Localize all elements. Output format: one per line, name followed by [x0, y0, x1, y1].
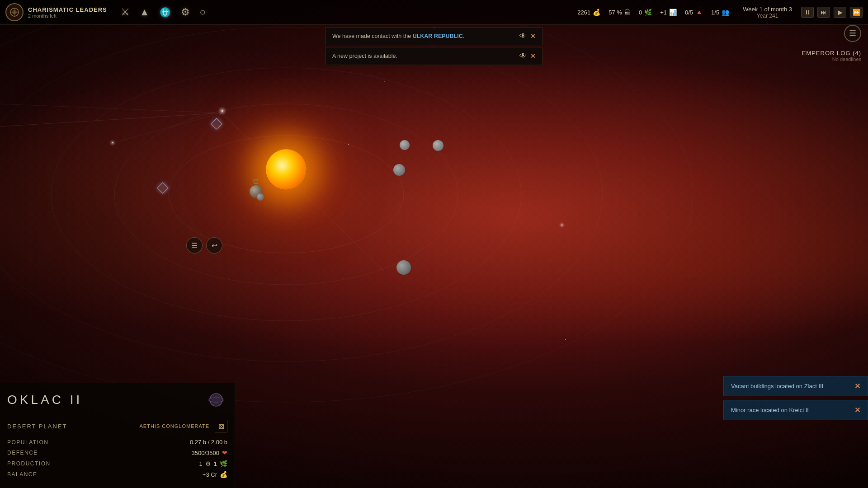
sun [266, 149, 307, 190]
nav-tech-icon[interactable]: ⚙ [181, 6, 190, 18]
notification-2-actions: 👁 ✕ [519, 52, 536, 60]
svg-line-1 [222, 113, 384, 271]
resource-credits: 2261 💰 [577, 9, 600, 16]
nav-colony-icon[interactable]: ▲ [140, 6, 150, 18]
stat-balance-value: +3 Cr 💰 [203, 471, 227, 478]
fleet-marker[interactable] [254, 179, 258, 183]
center-controls: ☰ ↩ [186, 237, 222, 253]
faction-info: CHARISMATIC LEADERS 2 months left [28, 6, 107, 19]
nav-diplomacy-icon[interactable]: ⛎ [160, 7, 171, 18]
stat-population-label: POPULATION [7, 439, 61, 446]
notification-2-eye-icon[interactable]: 👁 [519, 52, 527, 60]
notification-2-close-button[interactable]: ✕ [530, 52, 536, 60]
production-stat-value1: 1 [199, 460, 203, 467]
planet-mid2[interactable] [433, 140, 443, 151]
balance-icon: 💰 [220, 471, 227, 478]
stat-defence-label: DEFENCE [7, 450, 61, 456]
planet-type: DESERT PLANET [7, 423, 67, 430]
faction-emblem[interactable] [5, 3, 24, 21]
planet-far[interactable] [396, 260, 411, 275]
right-notif-2: Minor race located on Kreici II ✕ [723, 400, 868, 420]
stat-balance: BALANCE +3 Cr 💰 [7, 471, 227, 478]
stat-production: PRODUCTION 1 ⚙ 1 🌿 [7, 460, 227, 467]
approval-value: 57 % [609, 9, 622, 16]
defence-stat-text: 3500/3500 [192, 450, 219, 456]
population-stat-text: 0.27 b / 2.00 b [190, 439, 227, 446]
map-back-button[interactable]: ↩ [206, 237, 222, 253]
play-button[interactable]: ▶ [834, 7, 846, 18]
map-menu-button[interactable]: ☰ [186, 237, 203, 253]
notification-1-eye-icon[interactable]: 👁 [519, 32, 527, 40]
food-bonus-value: +1 [660, 9, 667, 16]
svg-line-2 [0, 104, 222, 113]
resource-approval: 57 % 🏛 [609, 9, 631, 16]
nav-map-icon[interactable]: ○ [200, 6, 206, 18]
notification-1: We have made contact with the ULKAR REPU… [326, 27, 542, 45]
resource-food-bonus: +1 📊 [660, 9, 677, 16]
playback-controls: ⏸ ⏭ ▶ ⏩ [801, 7, 863, 18]
food-icon: 🌿 [644, 9, 652, 16]
pause-button[interactable]: ⏸ [801, 7, 814, 18]
emperor-log[interactable]: EMPEROR LOG (4) No deadlines [802, 50, 861, 62]
ship-marker-1[interactable] [212, 120, 221, 128]
notification-1-actions: 👁 ✕ [519, 32, 536, 40]
population-value: 1/5 [711, 9, 719, 16]
production-icon1: ⚙ [205, 460, 211, 467]
defence-icon: ❤ [222, 449, 227, 456]
emperor-log-subtitle: No deadlines [802, 56, 861, 62]
credits-icon: 💰 [593, 9, 600, 16]
right-notif-1-text: Vacant buildings located on Zlact III [731, 383, 849, 389]
ships-value: 0/5 [685, 9, 693, 16]
planet-moon[interactable] [257, 193, 264, 201]
emperor-log-title: EMPEROR LOG (4) [802, 50, 861, 56]
production-icon2: 🌿 [220, 460, 227, 467]
planet-mid1[interactable] [400, 140, 410, 150]
right-notif-2-close[interactable]: ✕ [854, 406, 860, 414]
menu-button-top-right[interactable]: ☰ [844, 25, 861, 42]
ships-icon: 🔺 [695, 9, 703, 16]
planet-header: OKLAC II [7, 389, 227, 411]
svg-point-6 [0, 27, 603, 361]
step-button[interactable]: ⏭ [817, 7, 830, 18]
stat-defence: DEFENCE 3500/3500 ❤ [7, 449, 227, 456]
notification-2: A new project is available. 👁 ✕ [326, 47, 542, 65]
stat-population: POPULATION 0.27 b / 2.00 b [7, 439, 227, 446]
planet-meta: DESERT PLANET AETHIS CONGLOMERATE ⊠ [7, 420, 227, 432]
faction-name: CHARISMATIC LEADERS [28, 6, 107, 13]
resource-food: 0 🌿 [639, 9, 652, 16]
right-notif-1-close[interactable]: ✕ [854, 382, 860, 390]
planet-icon-button[interactable] [205, 389, 227, 411]
planet-divider [7, 415, 227, 415]
balance-stat-text: +3 Cr [203, 471, 217, 478]
production-stat-value2: 1 [214, 460, 217, 467]
resource-population: 1/5 👥 [711, 9, 729, 16]
food-bonus-icon: 📊 [669, 9, 677, 16]
planet-mid3[interactable] [393, 164, 405, 176]
notification-1-close-button[interactable]: ✕ [530, 33, 536, 40]
svg-point-15 [212, 395, 221, 404]
faction-icon[interactable]: ⊠ [215, 420, 227, 432]
approval-icon: 🏛 [624, 9, 631, 16]
stat-production-value: 1 ⚙ 1 🌿 [199, 460, 227, 467]
population-icon: 👥 [722, 9, 729, 16]
nav-icons: ⚔ ▲ ⛎ ⚙ ○ [121, 6, 206, 18]
faction-tag: AETHIS CONGLOMERATE [140, 423, 209, 429]
stat-population-value: 0.27 b / 2.00 b [190, 439, 227, 446]
svg-point-4 [114, 104, 458, 285]
stat-balance-label: BALANCE [7, 471, 61, 478]
notifications-panel: We have made contact with the ULKAR REPU… [326, 27, 542, 65]
resource-bar: 2261 💰 57 % 🏛 0 🌿 +1 📊 0/5 🔺 1/5 👥 [577, 9, 729, 16]
fast-forward-button[interactable]: ⏩ [850, 7, 863, 18]
time-year: Year 241 [743, 13, 792, 19]
svg-line-0 [0, 113, 222, 127]
nav-military-icon[interactable]: ⚔ [121, 6, 130, 18]
planet-name: OKLAC II [7, 393, 205, 407]
top-bar: CHARISMATIC LEADERS 2 months left ⚔ ▲ ⛎ … [0, 0, 868, 25]
stat-defence-value: 3500/3500 ❤ [192, 449, 227, 456]
menu-icon: ☰ [849, 28, 856, 38]
ulkar-republic-link[interactable]: ULKAR REPUBLIC [413, 33, 463, 39]
right-notif-2-text: Minor race located on Kreici II [731, 407, 849, 413]
right-notifications: Vacant buildings located on Zlact III ✕ … [723, 376, 868, 420]
planet-panel: OKLAC II DESERT PLANET AETHIS CONGLOMERA… [0, 383, 235, 488]
ship-marker-2[interactable] [159, 184, 167, 192]
